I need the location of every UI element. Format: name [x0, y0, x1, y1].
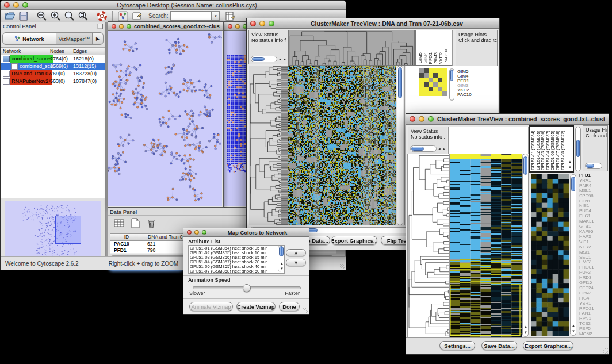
col-header-id[interactable]: ID: [110, 234, 143, 240]
matrix-cell[interactable]: [442, 78, 447, 82]
attribute-browser-icon[interactable]: [224, 10, 236, 22]
column-label[interactable]: PAC10: [443, 49, 449, 64]
attribute-list[interactable]: GPL51-01 (GSM854) heat shock 05 minGPL51…: [188, 245, 285, 274]
matrix-cell[interactable]: [419, 68, 424, 73]
view-status-scrollbar[interactable]: [251, 56, 277, 62]
matrix-cell[interactable]: [424, 68, 429, 73]
minimize-icon[interactable]: [419, 116, 424, 122]
attribute-list-item[interactable]: GPL51-03 (GSM856) heat shock 15 min: [190, 255, 277, 260]
scroll-right-icon[interactable]: ►: [283, 57, 286, 62]
matrix-cell[interactable]: [442, 82, 447, 87]
resize-grip[interactable]: [340, 264, 345, 269]
matrix-cell[interactable]: [424, 91, 429, 96]
column-label[interactable]: GIM5: [418, 52, 423, 64]
tab-vizmapper[interactable]: VizMapper™: [56, 36, 92, 42]
labels-vscrollbar[interactable]: [575, 127, 581, 171]
scroll-right-icon[interactable]: ►: [442, 147, 446, 152]
global-heatmap[interactable]: [288, 66, 396, 225]
zoom-heatmap[interactable]: [531, 174, 569, 336]
matrix-cell[interactable]: [429, 87, 433, 91]
tab-overflow-menu[interactable]: ▶: [92, 33, 103, 44]
zoom-window-icon[interactable]: [127, 24, 131, 29]
network-table-row[interactable]: combined_sco2569(6)13112(15): [1, 63, 105, 70]
zoom-out-icon[interactable]: [36, 10, 48, 22]
matrix-cell[interactable]: [429, 73, 433, 78]
heatmap-vscrollbar[interactable]: ▲ ▼: [522, 154, 529, 337]
scroll-left-icon[interactable]: ◄: [438, 147, 441, 152]
main-titlebar[interactable]: Cytoscape Desktop (Session Name: collins…: [1, 1, 346, 10]
matrix-cell[interactable]: [442, 68, 447, 73]
network-table-row[interactable]: combined_scores2764(0)16218(0): [1, 55, 105, 63]
zoom-fit-icon[interactable]: [78, 10, 89, 22]
resize-grip[interactable]: [603, 348, 608, 354]
network-overview-thumbnail[interactable]: [5, 201, 101, 258]
matrix-cell[interactable]: [438, 82, 442, 87]
view-status-scrollbar[interactable]: [410, 145, 437, 152]
attribute-list-item[interactable]: GPL51-04 (GSM857) heat shock 20 min: [190, 260, 277, 265]
minimize-icon[interactable]: [194, 230, 199, 235]
column-label[interactable]: GPL51-08 (GSM872): [561, 131, 566, 170]
resize-grip[interactable]: [303, 308, 308, 313]
zoom-row-label[interactable]: PAC10: [457, 93, 472, 97]
row-dendrogram[interactable]: [407, 154, 450, 338]
matrix-cell[interactable]: [419, 87, 424, 91]
open-file-icon[interactable]: [4, 10, 16, 22]
matrix-cell[interactable]: [433, 73, 438, 78]
scroll-down-icon[interactable]: ▼: [524, 330, 527, 335]
attribute-list-item[interactable]: GPL51-07 (GSM868) heat shock 60 min: [190, 269, 277, 274]
zoom-window-icon[interactable]: [22, 2, 28, 8]
matrix-cell[interactable]: [433, 68, 438, 73]
move-down-button[interactable]: ∨: [286, 259, 306, 266]
zoom-window-icon[interactable]: [202, 230, 206, 235]
save-icon[interactable]: [18, 10, 29, 22]
row-dendrogram[interactable]: [249, 66, 281, 225]
close-icon[interactable]: [4, 2, 10, 8]
treeview2-button-1[interactable]: Save Data...: [481, 341, 517, 350]
vizmapper-nodes-icon[interactable]: [117, 10, 129, 22]
matrix-cell[interactable]: [438, 73, 442, 78]
treeview2-button-2[interactable]: Export Graphics...: [523, 341, 573, 350]
close-icon[interactable]: [187, 230, 192, 235]
close-icon[interactable]: [250, 21, 256, 26]
search-input[interactable]: [170, 11, 212, 21]
create-vizmap-button[interactable]: Create Vizmap: [236, 302, 276, 311]
close-icon[interactable]: [112, 24, 116, 29]
zoom-vscrollbar[interactable]: [449, 68, 454, 101]
zoom-selected-icon[interactable]: [64, 10, 75, 22]
matrix-cell[interactable]: [429, 78, 433, 82]
done-button[interactable]: Done: [279, 302, 300, 311]
new-attribute-icon[interactable]: [129, 217, 141, 229]
matrix-cell[interactable]: [438, 87, 442, 91]
usage-hints-scrollbar[interactable]: [585, 163, 602, 169]
matrix-cell[interactable]: [433, 91, 438, 96]
column-label[interactable]: PFD1: [428, 52, 433, 64]
matrix-cell[interactable]: [433, 82, 438, 87]
float-panel-icon[interactable]: [97, 24, 103, 29]
similarity-matrix[interactable]: [419, 68, 447, 96]
zoom-in-icon[interactable]: [50, 10, 62, 22]
help-lifesaver-icon[interactable]: [96, 10, 108, 22]
slider-thumb[interactable]: [243, 284, 251, 292]
zoom-window-icon[interactable]: [428, 116, 434, 122]
zoom-vscrollbar[interactable]: ▲ ▼: [570, 174, 576, 336]
close-icon[interactable]: [228, 24, 232, 29]
heatmap-vscrollbar[interactable]: [397, 66, 403, 225]
delete-attribute-icon[interactable]: [146, 217, 157, 229]
minimize-icon[interactable]: [259, 21, 265, 26]
minimize-icon[interactable]: [13, 2, 19, 8]
column-label[interactable]: GIM4: [423, 52, 428, 64]
scroll-up-icon[interactable]: ▲: [524, 324, 527, 329]
network-col-header[interactable]: Network: [3, 48, 21, 54]
matrix-cell[interactable]: [442, 73, 447, 78]
matrix-cell[interactable]: [424, 73, 429, 78]
list-vscrollbar[interactable]: ▲ ▼: [278, 246, 284, 272]
annotation-icon[interactable]: [131, 10, 143, 22]
zoom-window-icon[interactable]: [269, 21, 274, 26]
treeview1-button-1[interactable]: Export Graphics...: [331, 236, 377, 245]
tab-network[interactable]: Network: [3, 33, 56, 44]
matrix-cell[interactable]: [442, 87, 447, 91]
matrix-cell[interactable]: [438, 68, 442, 73]
matrix-cell[interactable]: [424, 82, 429, 87]
matrix-cell[interactable]: [419, 73, 424, 78]
matrix-cell[interactable]: [442, 91, 447, 96]
